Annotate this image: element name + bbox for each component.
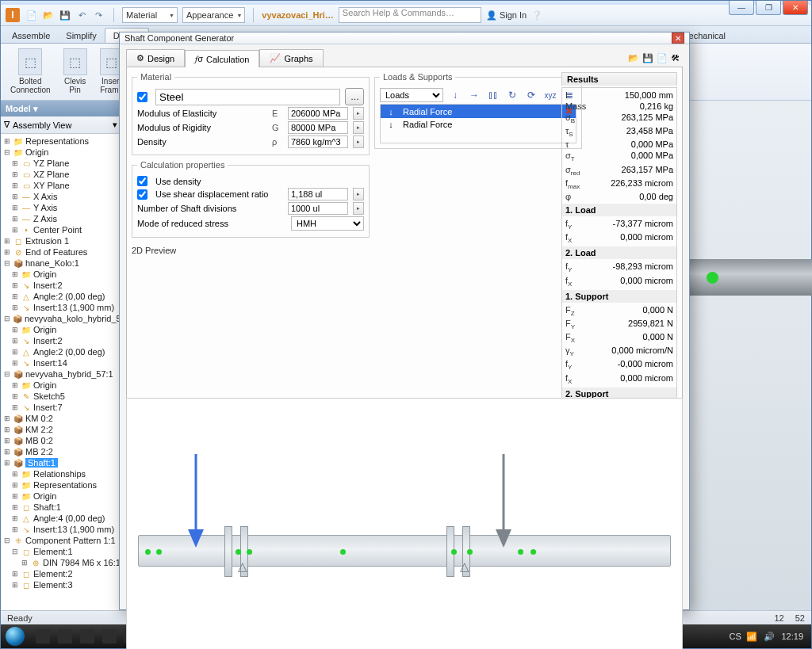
load-torque-icon[interactable]: ⟳	[524, 88, 538, 102]
shear-ratio-field[interactable]: 1,188 ul	[288, 188, 348, 200]
tree-node[interactable]: ⊞—Z Axis	[1, 213, 121, 224]
material-browse[interactable]: …	[345, 88, 364, 105]
tree-node[interactable]: ⊟📁Origin	[1, 147, 121, 158]
material-dd[interactable]: ▸	[353, 121, 364, 134]
tray-volume-icon[interactable]: 🔊	[764, 632, 775, 642]
qat-open-icon[interactable]: 📂	[41, 8, 56, 22]
use-shear-checkbox[interactable]	[137, 189, 147, 200]
mode-select[interactable]: HMH	[291, 216, 364, 231]
window-restore[interactable]: ❐	[756, 1, 781, 15]
tree-node[interactable]: ⊞⊕DIN 7984 M6 x 16:1	[1, 557, 121, 568]
tree-node[interactable]: ⊞📁Origin	[1, 491, 121, 502]
tree-node[interactable]: ⊞↘Insert:2	[1, 335, 121, 346]
tree-node[interactable]: ⊞📁Origin	[1, 324, 121, 335]
load-item[interactable]: ↓ Radial Force	[381, 118, 576, 131]
material-combo[interactable]: Material	[122, 7, 178, 23]
tree-node[interactable]: ⊞—X Axis	[1, 191, 121, 202]
tree-node[interactable]: ⊞↘Insert:13 (1,900 mm)	[1, 302, 121, 313]
tree-node[interactable]: ⊞↘Insert:13 (1,900 mm)	[1, 524, 121, 535]
tree-node[interactable]: ⊞↘Insert:14	[1, 357, 121, 368]
ribbon-tab-simplify[interactable]: Simplify	[58, 29, 105, 43]
tray-lang[interactable]: CS	[729, 632, 740, 641]
loads-list[interactable]: ↓ Radial Force✖↓ Radial Force	[380, 104, 576, 143]
tree-node[interactable]: ⊞↘Insert:7	[1, 402, 121, 413]
dlg-open-icon[interactable]: 📂	[628, 53, 639, 63]
help-search[interactable]: Search Help & Commands…	[339, 7, 481, 23]
assembly-view-combo[interactable]: Assembly View	[13, 120, 109, 130]
tree-node[interactable]: ⊞📦KM 2:2	[1, 424, 121, 435]
divisions-field[interactable]: 1000 ul	[288, 202, 348, 215]
window-minimize[interactable]: —	[729, 1, 754, 15]
tree-node[interactable]: ⊞📦MB 0:2	[1, 435, 121, 446]
tree-node[interactable]: ⊟⁜Component Pattern 1:1	[1, 535, 121, 546]
divisions-dropdown[interactable]: ▸	[353, 202, 364, 215]
tree-node[interactable]: ⊞◻Extrusion 1	[1, 235, 121, 246]
ribbon-cmd-bolted[interactable]: ⬚Bolted Connection	[6, 47, 56, 96]
start-button[interactable]	[1, 624, 29, 648]
load-item[interactable]: ↓ Radial Force✖	[381, 105, 576, 118]
tree-node[interactable]: ⊞✎Sketch5	[1, 391, 121, 402]
ribbon-tab-assemble[interactable]: Assemble	[4, 29, 58, 43]
qat-save-icon[interactable]: 💾	[58, 8, 72, 22]
tab-graphs[interactable]: 📈 Graphs	[259, 49, 323, 67]
loads-combo[interactable]: Loads	[380, 88, 443, 102]
tab-design[interactable]: ⚙ Design	[126, 49, 185, 67]
model-tree[interactable]: ⊞📁Representations⊟📁Origin⊞▭YZ Plane⊞▭XZ …	[1, 134, 121, 624]
tree-node[interactable]: ⊞📦Shaft:1	[1, 457, 121, 468]
tray-clock[interactable]: 12:19	[781, 632, 803, 641]
tree-node[interactable]: ⊞📁Relationships	[1, 468, 121, 479]
window-close[interactable]: ✕	[783, 1, 808, 15]
tree-node[interactable]: ⊟📦nevyvaha_kolo_hybrid_57:1	[1, 313, 121, 324]
appearance-combo[interactable]: Appearance	[182, 7, 245, 23]
material-field[interactable]: 7860 kg/m^3	[288, 136, 348, 148]
dialog-close[interactable]: ✕	[672, 32, 684, 44]
use-density-checkbox[interactable]	[137, 176, 147, 186]
tree-node[interactable]: ⊞◻Shaft:1	[1, 502, 121, 513]
material-name-field[interactable]	[155, 89, 340, 105]
tree-node[interactable]: ⊞△Angle:2 (0,00 deg)	[1, 346, 121, 357]
tree-node[interactable]: ⊞📁Origin	[1, 269, 121, 280]
dlg-settings-icon[interactable]: 🛠	[671, 53, 680, 63]
shear-dropdown[interactable]: ▸	[353, 188, 364, 200]
ribbon-cmd-clevis[interactable]: ⬚Clevis Pin	[59, 47, 92, 96]
tree-node[interactable]: ⊞△Angle:2 (0,00 deg)	[1, 291, 121, 302]
browser-settings-icon[interactable]: ▾	[113, 120, 117, 130]
qat-undo-icon[interactable]: ↶	[75, 8, 89, 22]
qat-redo-icon[interactable]: ↷	[91, 8, 105, 22]
load-xyz-icon[interactable]: xyz	[543, 88, 557, 102]
load-moment-icon[interactable]: ↻	[505, 88, 519, 102]
load-radial-icon[interactable]: ↓	[448, 88, 462, 102]
material-field[interactable]: 80000 MPa	[288, 121, 348, 134]
tree-node[interactable]: ⊞△Angle:4 (0,00 deg)	[1, 513, 121, 524]
tree-node[interactable]: ⊞▭XY Plane	[1, 180, 121, 191]
tree-node[interactable]: ⊞◻Element:3	[1, 579, 121, 590]
model-browser-title[interactable]: Model ▾	[1, 101, 121, 116]
tree-node[interactable]: ⊞📦KM 0:2	[1, 413, 121, 424]
tree-node[interactable]: ⊞📁Origin	[1, 380, 121, 391]
tray-network-icon[interactable]: 📶	[746, 632, 757, 642]
material-dd[interactable]: ▸	[353, 107, 364, 120]
load-axial-icon[interactable]: →	[467, 88, 481, 102]
tree-node[interactable]: ⊞—Y Axis	[1, 202, 121, 213]
tree-node[interactable]: ⊟📦hnane_Kolo:1	[1, 258, 121, 269]
dlg-save-icon[interactable]: 💾	[642, 53, 653, 63]
tree-node[interactable]: ⊟📦nevyvaha_hybrid_57:1	[1, 368, 121, 380]
sign-in[interactable]: 👤 Sign In	[486, 10, 527, 21]
tree-node[interactable]: ⊞◻Element:2	[1, 568, 121, 579]
tree-node[interactable]: ⊞⊘End of Features	[1, 246, 121, 258]
tab-calculation[interactable]: 𝑓σ Calculation	[185, 50, 259, 67]
tree-node[interactable]: ⊟◻Element:1	[1, 546, 121, 557]
load-distributed-icon[interactable]: ⫿⫿	[486, 88, 500, 102]
tree-node[interactable]: ⊞▭YZ Plane	[1, 158, 121, 169]
tree-node[interactable]: ⊞↘Insert:2	[1, 280, 121, 291]
qat-new-icon[interactable]: 📄	[25, 8, 39, 22]
dlg-export-icon[interactable]: 📄	[657, 53, 668, 63]
system-tray[interactable]: CS 📶 🔊 12:19	[729, 632, 811, 642]
help-icon[interactable]: ❔	[531, 10, 542, 21]
filter-icon[interactable]: ∇	[4, 120, 10, 130]
tree-node[interactable]: ⊞•Center Point	[1, 224, 121, 235]
material-dd[interactable]: ▸	[353, 136, 364, 148]
tree-node[interactable]: ⊞📦MB 2:2	[1, 446, 121, 457]
material-field[interactable]: 206000 MPa	[288, 107, 348, 120]
tree-node[interactable]: ⊞▭XZ Plane	[1, 169, 121, 180]
